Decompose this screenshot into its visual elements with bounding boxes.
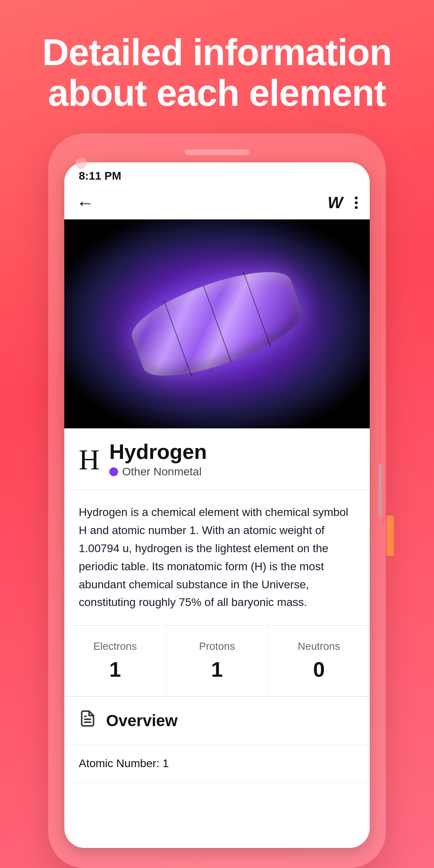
protons-value: 1 <box>174 657 260 682</box>
overview-title: Overview <box>106 712 178 730</box>
element-image <box>64 219 370 428</box>
more-dot <box>355 197 358 199</box>
protons-stat: Protons 1 <box>166 626 268 696</box>
tube-lines <box>124 258 310 391</box>
wikipedia-icon[interactable]: W <box>328 194 343 212</box>
phone-speaker <box>185 149 249 155</box>
more-dot <box>355 201 358 204</box>
description-section: Hydrogen is a chemical element with chem… <box>64 490 370 626</box>
electrons-value: 1 <box>72 657 158 682</box>
electrons-label: Electrons <box>72 640 158 653</box>
element-category: Other Nonmetal <box>109 465 207 478</box>
element-visual-bg <box>64 219 370 428</box>
tube-line <box>243 272 271 348</box>
scrollbar[interactable] <box>379 464 382 516</box>
overview-section: Overview <box>64 697 370 745</box>
phone-mockup: 8:11 PM ← W <box>48 133 386 868</box>
more-menu-button[interactable] <box>355 197 358 209</box>
protons-label: Protons <box>174 640 260 653</box>
atomic-number-text: Atomic Number: 1 <box>79 757 169 770</box>
app-toolbar: ← W <box>64 186 370 219</box>
category-label: Other Nonmetal <box>122 465 202 478</box>
element-name-group: Hydrogen Other Nonmetal <box>109 441 207 478</box>
element-symbol: H <box>79 445 100 474</box>
element-header: H Hydrogen Other Nonmetal <box>64 428 370 490</box>
toolbar-right: W <box>328 194 358 212</box>
page-title: Detailed information about each element <box>24 32 410 113</box>
status-time: 8:11 PM <box>79 170 121 182</box>
atomic-number-row: Atomic Number: 1 <box>64 745 370 782</box>
neutrons-label: Neutrons <box>276 640 362 653</box>
phone-screen: 8:11 PM ← W <box>64 162 370 848</box>
tube-line <box>203 286 231 362</box>
more-dot <box>355 206 358 209</box>
page-header: Detailed information about each element <box>0 0 434 133</box>
neutrons-value: 0 <box>276 657 362 682</box>
status-bar: 8:11 PM <box>64 162 370 186</box>
element-name: Hydrogen <box>109 441 207 462</box>
back-button[interactable]: ← <box>76 194 94 212</box>
overview-icon <box>79 710 96 732</box>
neutrons-stat: Neutrons 0 <box>268 626 370 696</box>
hydrogen-tube-visual <box>124 258 310 391</box>
tube-line <box>164 301 192 377</box>
category-color-dot <box>109 467 118 476</box>
electrons-stat: Electrons 1 <box>64 626 166 696</box>
stats-section: Electrons 1 Protons 1 Neutrons 0 <box>64 626 370 697</box>
element-description: Hydrogen is a chemical element with chem… <box>79 504 355 612</box>
side-indicator <box>387 516 394 556</box>
